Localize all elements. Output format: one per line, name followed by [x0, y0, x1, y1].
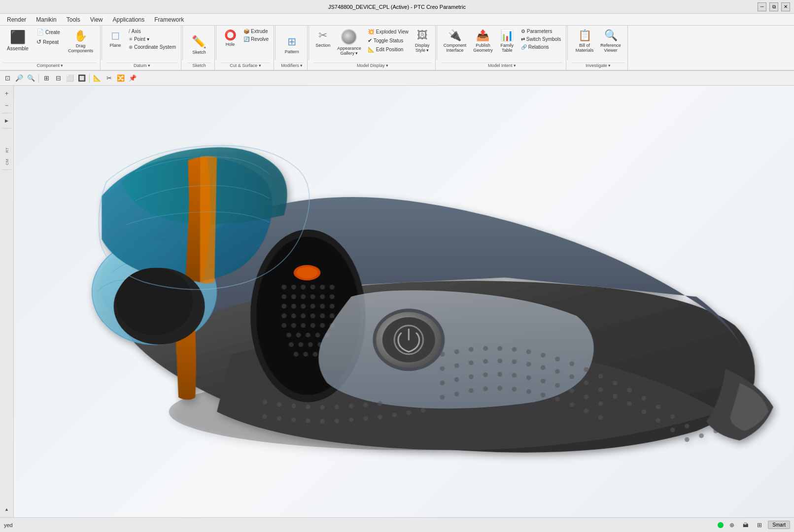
svg-point-27: [291, 313, 296, 318]
publish-geometry-button[interactable]: 📤 PublishGeometry: [471, 28, 495, 54]
svg-point-109: [685, 424, 690, 429]
svg-point-33: [291, 323, 296, 328]
svg-point-95: [483, 386, 488, 391]
svg-point-97: [512, 387, 517, 392]
bill-of-materials-button[interactable]: 📋 Bill ofMaterials: [573, 28, 596, 54]
svg-point-66: [584, 367, 589, 372]
svg-point-78: [584, 381, 589, 386]
svg-point-79: [598, 387, 603, 392]
viewport[interactable]: [14, 86, 794, 517]
svg-point-25: [330, 304, 335, 309]
menu-tools[interactable]: Tools: [62, 15, 85, 24]
cut-surface-group-label: Cut & Surface ▾: [220, 63, 271, 69]
drag-components-button[interactable]: ✋ DragComponents: [64, 28, 97, 55]
svg-point-15: [291, 294, 296, 299]
appearance-gallery-button[interactable]: AppearanceGallery ▾: [335, 28, 364, 57]
point-button[interactable]: ✳ Point ▾: [127, 35, 178, 43]
zoom-in-button[interactable]: 🔎: [14, 73, 25, 84]
section-button[interactable]: ✂ Section: [313, 28, 333, 49]
svg-point-31: [330, 313, 335, 318]
clip-button[interactable]: ✂: [104, 73, 114, 84]
svg-point-12: [320, 285, 325, 290]
component-interface-button[interactable]: 🔌 ComponentInterface: [441, 28, 469, 54]
measure-button[interactable]: 📐: [92, 73, 103, 84]
family-table-button[interactable]: 📊 FamilyTable: [497, 28, 517, 54]
svg-point-121: [262, 400, 267, 405]
exploded-view-button[interactable]: 💥Exploded View: [366, 28, 411, 36]
menu-framework[interactable]: Framework: [149, 15, 189, 24]
status-grid-button[interactable]: ⊞: [754, 520, 765, 531]
ribbon-group-investigate: 📋 Bill ofMaterials 🔍 ReferenceViewer Inv…: [569, 26, 628, 70]
extrude-button[interactable]: 📦Extrude: [242, 28, 271, 35]
menu-render[interactable]: Render: [2, 15, 31, 24]
edit-position-button[interactable]: 📐Edit Position: [366, 45, 411, 54]
svg-point-114: [670, 428, 675, 432]
svg-point-16: [301, 294, 306, 299]
zoom-fit-button[interactable]: ⊡: [2, 73, 13, 84]
relations-button[interactable]: 🔗Relations: [519, 43, 563, 51]
sidebar-minus-button[interactable]: −: [1, 100, 12, 111]
pan-button[interactable]: ⊟: [53, 73, 64, 84]
axis-button[interactable]: / Axis: [127, 28, 178, 35]
menu-applications[interactable]: Applications: [108, 15, 150, 24]
ribbon: ⬛ Assemble 📄Create ↺Repeat ✋ DragCompone…: [0, 26, 794, 71]
display-style-button[interactable]: 🖼 DisplayStyle ▾: [413, 28, 432, 54]
svg-point-9: [291, 285, 296, 290]
svg-point-83: [483, 372, 488, 377]
svg-point-22: [301, 304, 306, 309]
svg-point-51: [296, 267, 317, 278]
restore-button[interactable]: ⧉: [769, 2, 778, 11]
svg-point-20: [281, 304, 286, 309]
repeat-button[interactable]: ↺Repeat: [35, 37, 62, 46]
ribbon-group-modifiers: ⊞ Pattern Modifiers ▾: [276, 26, 308, 70]
svg-point-63: [541, 353, 546, 358]
toolbar-separator-2: [89, 74, 90, 83]
svg-point-67: [598, 374, 603, 379]
pin-button[interactable]: 📌: [127, 73, 138, 84]
status-bar-right: ⊕ 🏔 ⊞ Smart: [718, 520, 790, 531]
svg-point-106: [641, 396, 646, 401]
svg-point-58: [469, 347, 474, 352]
sidebar-expand-button[interactable]: ▶: [1, 115, 12, 126]
ribbon-group-sketch: ✏️ Sketch Sketch: [184, 26, 215, 70]
toggle-status-button[interactable]: ✔Toggle Status: [366, 36, 411, 45]
svg-point-77: [569, 374, 574, 379]
plane-button[interactable]: ◻ Plane: [106, 28, 125, 49]
svg-point-93: [454, 392, 459, 397]
ribbon-group-model-intent: 🔌 ComponentInterface 📤 PublishGeometry 📊…: [438, 26, 567, 70]
menu-view[interactable]: View: [85, 15, 108, 24]
status-3d-button[interactable]: ⊕: [726, 520, 737, 531]
sidebar-bottom-expand[interactable]: ▲: [1, 504, 12, 515]
hole-button[interactable]: ⭕ Hole: [220, 28, 240, 48]
zoom-out-button[interactable]: 🔍: [26, 73, 36, 84]
svg-point-26: [281, 313, 286, 318]
reference-viewer-button[interactable]: 🔍 ReferenceViewer: [598, 28, 623, 54]
3d-notes-button[interactable]: 🔀: [115, 73, 126, 84]
rotate-button[interactable]: 🔲: [76, 73, 87, 84]
svg-point-107: [656, 404, 661, 409]
refit-button[interactable]: ⊞: [41, 73, 52, 84]
svg-point-133: [306, 418, 311, 423]
parameters-button[interactable]: ⚙Parameters: [519, 28, 563, 35]
revolve-button[interactable]: 🔄Revolve: [242, 35, 271, 43]
svg-point-135: [334, 418, 339, 423]
assemble-button[interactable]: ⬛ Assemble: [3, 28, 33, 53]
switch-symbols-button[interactable]: ⇄Switch Symbols: [519, 35, 563, 43]
coordinate-system-button[interactable]: ⊕ Coordinate System: [127, 43, 178, 51]
sidebar-plus-button[interactable]: +: [1, 88, 12, 99]
status-view-button[interactable]: 🏔: [740, 520, 751, 531]
sidebar-separator-2: [2, 128, 11, 129]
svg-point-115: [685, 437, 690, 442]
svg-point-75: [541, 365, 546, 370]
svg-point-127: [349, 403, 354, 408]
sketch-button[interactable]: ✏️ Sketch: [187, 33, 211, 57]
create-button[interactable]: 📄Create: [35, 28, 62, 36]
minimize-button[interactable]: ─: [758, 2, 766, 11]
pattern-button[interactable]: ⊞ Pattern: [279, 33, 304, 56]
view-button[interactable]: ⬜: [65, 73, 75, 84]
menu-manikin[interactable]: Manikin: [31, 15, 61, 24]
svg-point-72: [497, 359, 502, 364]
status-indicator: [718, 522, 724, 528]
close-button[interactable]: ✕: [781, 2, 790, 11]
smart-mode-button[interactable]: Smart: [768, 521, 790, 529]
